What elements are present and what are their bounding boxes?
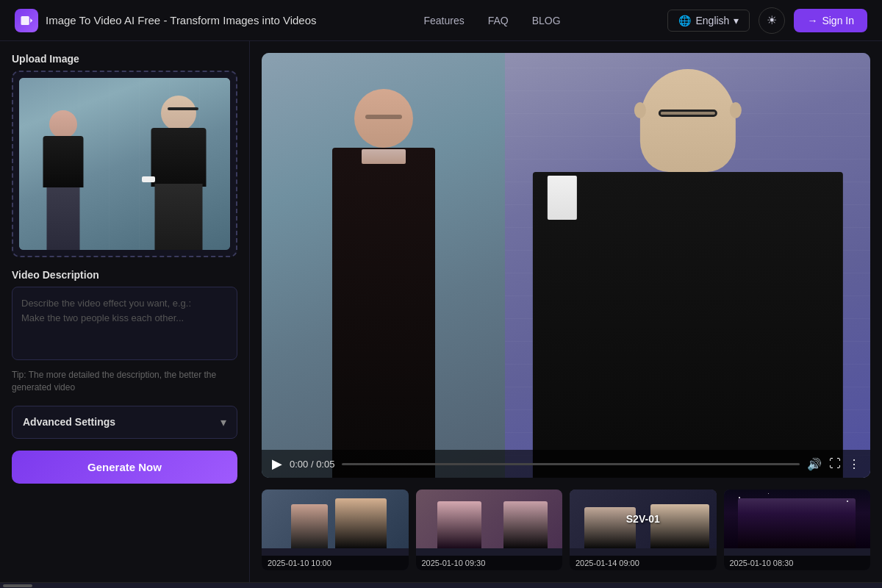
video-content xyxy=(262,53,870,478)
video-player: ▶ 0:00 / 0:05 🔊 ⛶ ⋮ xyxy=(262,53,870,478)
main-nav: Features FAQ BLOG xyxy=(423,15,560,26)
video-man xyxy=(532,62,842,478)
video-left-person xyxy=(262,53,505,478)
language-label: English xyxy=(695,15,729,26)
advanced-settings-toggle[interactable]: Advanced Settings ▾ xyxy=(12,406,237,439)
upload-area[interactable] xyxy=(12,71,237,257)
header-right: 🌐 English ▾ ☀ → Sign In xyxy=(667,7,867,34)
thumbnail-4[interactable]: 2025-01-10 08:30 xyxy=(724,490,871,570)
thumb-date-1: 2025-01-10 10:00 xyxy=(262,556,409,570)
thumbnail-1[interactable]: 2025-01-10 10:00 xyxy=(262,490,409,570)
header-left: Image To Video AI Free - Transform Image… xyxy=(15,9,317,32)
video-controls: ▶ 0:00 / 0:05 🔊 ⛶ ⋮ xyxy=(262,450,870,478)
left-panel: Upload Image xyxy=(0,41,250,582)
language-selector[interactable]: 🌐 English ▾ xyxy=(667,10,750,32)
person-man xyxy=(131,96,226,250)
thumb-img-3: S2V-01 xyxy=(570,490,717,548)
description-input[interactable] xyxy=(12,287,237,360)
volume-button[interactable]: 🔊 xyxy=(807,457,822,471)
right-panel: ▶ 0:00 / 0:05 🔊 ⛶ ⋮ 2025-01-10 10:00 xyxy=(250,41,882,582)
generate-button[interactable]: Generate Now xyxy=(12,451,237,484)
sign-in-label: Sign In xyxy=(822,15,854,26)
svg-rect-0 xyxy=(21,16,29,25)
fullscreen-button[interactable]: ⛶ xyxy=(829,457,841,470)
thumb-img-4 xyxy=(724,490,871,548)
nav-blog[interactable]: BLOG xyxy=(532,15,561,26)
more-options-button[interactable]: ⋮ xyxy=(848,457,860,471)
person-woman xyxy=(28,110,98,250)
sun-icon: ☀ xyxy=(767,13,777,27)
sign-in-button[interactable]: → Sign In xyxy=(794,9,867,32)
upload-label: Upload Image xyxy=(12,53,237,65)
advanced-settings-label: Advanced Settings xyxy=(23,416,115,428)
thumbnails-row: 2025-01-10 10:00 2025-01-10 09:30 S2V-01 xyxy=(262,490,870,570)
signin-icon: → xyxy=(807,15,817,26)
upload-section: Upload Image xyxy=(12,53,237,257)
description-label: Video Description xyxy=(12,269,237,281)
video-right-person xyxy=(505,53,870,478)
chevron-down-icon: ▾ xyxy=(734,15,739,26)
time-display: 0:00 / 0:05 xyxy=(290,459,334,470)
thumbnail-3[interactable]: S2V-01 2025-01-14 09:00 xyxy=(570,490,717,570)
nav-faq[interactable]: FAQ xyxy=(488,15,509,26)
progress-bar[interactable] xyxy=(342,463,800,465)
horizontal-scrollbar[interactable] xyxy=(0,582,882,588)
description-tip: Tip: The more detailed the description, … xyxy=(12,369,237,394)
play-button[interactable]: ▶ xyxy=(272,456,282,472)
thumb-date-3: 2025-01-14 09:00 xyxy=(570,556,717,570)
svg-marker-1 xyxy=(30,18,32,23)
uploaded-image-preview xyxy=(19,78,230,250)
thumb-date-4: 2025-01-10 08:30 xyxy=(724,556,871,570)
thumb-img-2 xyxy=(416,490,563,548)
flag-icon: 🌐 xyxy=(678,15,691,26)
video-woman xyxy=(310,74,457,478)
logo-icon xyxy=(15,9,38,32)
thumb-img-1 xyxy=(262,490,409,548)
thumb-date-2: 2025-01-10 09:30 xyxy=(416,556,563,570)
scrollbar-thumb[interactable] xyxy=(3,584,32,587)
thumbnail-2[interactable]: 2025-01-10 09:30 xyxy=(416,490,563,570)
theme-toggle[interactable]: ☀ xyxy=(759,7,785,34)
s2v-badge: S2V-01 xyxy=(626,513,660,525)
main-content: Upload Image xyxy=(0,41,882,582)
app-title: Image To Video AI Free - Transform Image… xyxy=(46,14,317,26)
description-section: Video Description Tip: The more detailed… xyxy=(12,269,237,394)
nav-features[interactable]: Features xyxy=(423,15,464,26)
chevron-down-icon: ▾ xyxy=(220,415,226,429)
header: Image To Video AI Free - Transform Image… xyxy=(0,0,882,41)
